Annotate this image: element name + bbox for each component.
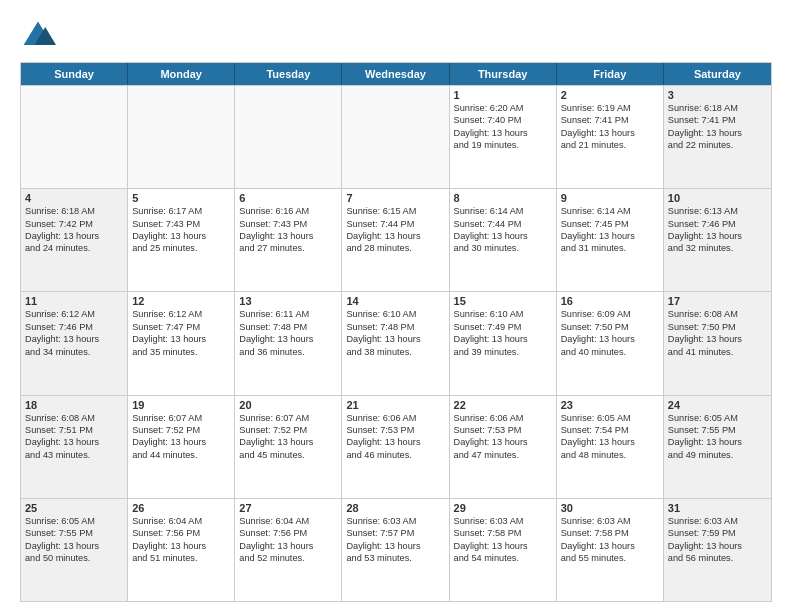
- cell-info-line: and 27 minutes.: [239, 242, 337, 254]
- calendar-cell: 31Sunrise: 6:03 AMSunset: 7:59 PMDayligh…: [664, 499, 771, 601]
- cell-info-line: Sunset: 7:41 PM: [668, 114, 767, 126]
- calendar-cell: 21Sunrise: 6:06 AMSunset: 7:53 PMDayligh…: [342, 396, 449, 498]
- cell-info-line: Sunset: 7:53 PM: [346, 424, 444, 436]
- day-number: 28: [346, 502, 444, 514]
- calendar-cell: [21, 86, 128, 188]
- cell-info-line: Daylight: 13 hours: [454, 127, 552, 139]
- cell-info-line: Sunset: 7:51 PM: [25, 424, 123, 436]
- header-cell-monday: Monday: [128, 63, 235, 85]
- day-number: 17: [668, 295, 767, 307]
- calendar: SundayMondayTuesdayWednesdayThursdayFrid…: [20, 62, 772, 602]
- cell-info-line: and 28 minutes.: [346, 242, 444, 254]
- cell-info-line: Sunset: 7:52 PM: [132, 424, 230, 436]
- cell-info-line: Sunset: 7:53 PM: [454, 424, 552, 436]
- cell-info-line: Daylight: 13 hours: [668, 127, 767, 139]
- cell-info-line: Daylight: 13 hours: [132, 540, 230, 552]
- cell-info-line: and 43 minutes.: [25, 449, 123, 461]
- calendar-row-5: 25Sunrise: 6:05 AMSunset: 7:55 PMDayligh…: [21, 498, 771, 601]
- cell-info-line: Sunset: 7:48 PM: [239, 321, 337, 333]
- calendar-cell: [128, 86, 235, 188]
- day-number: 15: [454, 295, 552, 307]
- cell-info-line: Sunset: 7:43 PM: [132, 218, 230, 230]
- calendar-cell: 16Sunrise: 6:09 AMSunset: 7:50 PMDayligh…: [557, 292, 664, 394]
- calendar-cell: 3Sunrise: 6:18 AMSunset: 7:41 PMDaylight…: [664, 86, 771, 188]
- cell-info-line: Sunrise: 6:11 AM: [239, 308, 337, 320]
- cell-info-line: and 55 minutes.: [561, 552, 659, 564]
- cell-info-line: and 46 minutes.: [346, 449, 444, 461]
- cell-info-line: Sunrise: 6:14 AM: [454, 205, 552, 217]
- cell-info-line: Sunset: 7:46 PM: [25, 321, 123, 333]
- day-number: 22: [454, 399, 552, 411]
- day-number: 19: [132, 399, 230, 411]
- cell-info-line: Sunrise: 6:08 AM: [25, 412, 123, 424]
- cell-info-line: Sunset: 7:42 PM: [25, 218, 123, 230]
- header-cell-sunday: Sunday: [21, 63, 128, 85]
- calendar-cell: [235, 86, 342, 188]
- cell-info-line: Daylight: 13 hours: [25, 230, 123, 242]
- calendar-cell: 4Sunrise: 6:18 AMSunset: 7:42 PMDaylight…: [21, 189, 128, 291]
- cell-info-line: and 54 minutes.: [454, 552, 552, 564]
- header-cell-wednesday: Wednesday: [342, 63, 449, 85]
- cell-info-line: and 51 minutes.: [132, 552, 230, 564]
- day-number: 25: [25, 502, 123, 514]
- cell-info-line: Daylight: 13 hours: [668, 436, 767, 448]
- calendar-cell: 8Sunrise: 6:14 AMSunset: 7:44 PMDaylight…: [450, 189, 557, 291]
- calendar-header: SundayMondayTuesdayWednesdayThursdayFrid…: [21, 63, 771, 85]
- cell-info-line: Sunrise: 6:05 AM: [561, 412, 659, 424]
- calendar-cell: 28Sunrise: 6:03 AMSunset: 7:57 PMDayligh…: [342, 499, 449, 601]
- cell-info-line: Daylight: 13 hours: [561, 127, 659, 139]
- cell-info-line: and 22 minutes.: [668, 139, 767, 151]
- cell-info-line: and 41 minutes.: [668, 346, 767, 358]
- header: [20, 18, 772, 54]
- cell-info-line: and 39 minutes.: [454, 346, 552, 358]
- calendar-cell: 9Sunrise: 6:14 AMSunset: 7:45 PMDaylight…: [557, 189, 664, 291]
- cell-info-line: Daylight: 13 hours: [454, 230, 552, 242]
- calendar-cell: 14Sunrise: 6:10 AMSunset: 7:48 PMDayligh…: [342, 292, 449, 394]
- cell-info-line: Sunset: 7:48 PM: [346, 321, 444, 333]
- cell-info-line: Sunrise: 6:05 AM: [668, 412, 767, 424]
- calendar-cell: 20Sunrise: 6:07 AMSunset: 7:52 PMDayligh…: [235, 396, 342, 498]
- calendar-cell: 10Sunrise: 6:13 AMSunset: 7:46 PMDayligh…: [664, 189, 771, 291]
- cell-info-line: and 24 minutes.: [25, 242, 123, 254]
- cell-info-line: Sunset: 7:50 PM: [561, 321, 659, 333]
- cell-info-line: Daylight: 13 hours: [346, 540, 444, 552]
- cell-info-line: Sunrise: 6:15 AM: [346, 205, 444, 217]
- cell-info-line: Sunrise: 6:14 AM: [561, 205, 659, 217]
- cell-info-line: and 25 minutes.: [132, 242, 230, 254]
- cell-info-line: Sunset: 7:54 PM: [561, 424, 659, 436]
- cell-info-line: Sunrise: 6:12 AM: [25, 308, 123, 320]
- cell-info-line: Daylight: 13 hours: [346, 230, 444, 242]
- cell-info-line: Sunrise: 6:07 AM: [132, 412, 230, 424]
- cell-info-line: and 19 minutes.: [454, 139, 552, 151]
- cell-info-line: Daylight: 13 hours: [561, 333, 659, 345]
- cell-info-line: and 35 minutes.: [132, 346, 230, 358]
- day-number: 7: [346, 192, 444, 204]
- cell-info-line: Sunrise: 6:16 AM: [239, 205, 337, 217]
- logo-icon: [20, 18, 56, 54]
- calendar-cell: 1Sunrise: 6:20 AMSunset: 7:40 PMDaylight…: [450, 86, 557, 188]
- day-number: 13: [239, 295, 337, 307]
- cell-info-line: Daylight: 13 hours: [239, 540, 337, 552]
- day-number: 23: [561, 399, 659, 411]
- cell-info-line: Sunrise: 6:03 AM: [346, 515, 444, 527]
- cell-info-line: Sunset: 7:55 PM: [25, 527, 123, 539]
- calendar-row-1: 1Sunrise: 6:20 AMSunset: 7:40 PMDaylight…: [21, 85, 771, 188]
- calendar-cell: 18Sunrise: 6:08 AMSunset: 7:51 PMDayligh…: [21, 396, 128, 498]
- cell-info-line: Daylight: 13 hours: [25, 333, 123, 345]
- cell-info-line: Daylight: 13 hours: [25, 436, 123, 448]
- calendar-cell: 11Sunrise: 6:12 AMSunset: 7:46 PMDayligh…: [21, 292, 128, 394]
- day-number: 4: [25, 192, 123, 204]
- cell-info-line: Sunset: 7:44 PM: [346, 218, 444, 230]
- day-number: 1: [454, 89, 552, 101]
- cell-info-line: and 32 minutes.: [668, 242, 767, 254]
- header-cell-saturday: Saturday: [664, 63, 771, 85]
- cell-info-line: Sunset: 7:58 PM: [454, 527, 552, 539]
- cell-info-line: and 49 minutes.: [668, 449, 767, 461]
- calendar-cell: 17Sunrise: 6:08 AMSunset: 7:50 PMDayligh…: [664, 292, 771, 394]
- cell-info-line: Daylight: 13 hours: [239, 333, 337, 345]
- cell-info-line: and 36 minutes.: [239, 346, 337, 358]
- cell-info-line: Sunrise: 6:07 AM: [239, 412, 337, 424]
- cell-info-line: Sunset: 7:44 PM: [454, 218, 552, 230]
- calendar-cell: 30Sunrise: 6:03 AMSunset: 7:58 PMDayligh…: [557, 499, 664, 601]
- cell-info-line: and 45 minutes.: [239, 449, 337, 461]
